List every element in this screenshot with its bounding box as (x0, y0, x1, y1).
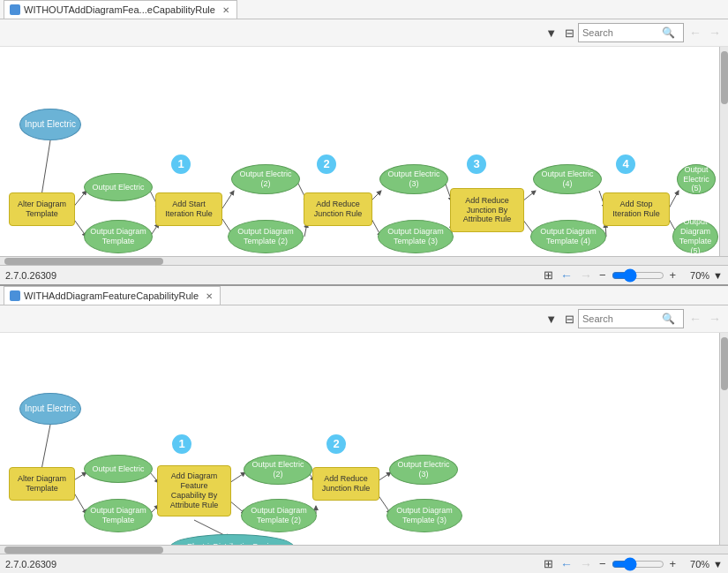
panel2-search-box: 🔍 (578, 309, 684, 328)
panel2-status-bar: 2.7.0.26309 ⊞ ← → − + 70% ▼ (0, 554, 728, 573)
p2-add-diagram-feat: Add DiagramFeatureCapability ByAttribute… (157, 465, 231, 516)
panel2-version: 2.7.0.26309 (5, 559, 56, 569)
panel1-tab-close[interactable]: ✕ (222, 5, 229, 15)
p1-add-reduce-attr: Add ReduceJunction ByAttribute Rule (450, 188, 524, 232)
panel1-forward-btn[interactable]: → (578, 268, 594, 283)
panel2-tab-bar: WITHAddDiagramFeatureCapabilityRule ✕ (0, 286, 728, 305)
panel2-zoom-minus[interactable]: − (597, 557, 608, 570)
p2-output-diagram-3: Output DiagramTemplate (3) (387, 499, 462, 532)
p1-output-diagram-1: Output DiagramTemplate (84, 220, 153, 253)
panel2-status-right: ⊞ ← → − + 70% ▼ (542, 557, 723, 571)
panel1-scrollbar-v[interactable] (719, 47, 728, 256)
p1-output-electric-5: Output Electric(5) (677, 164, 716, 194)
p1-add-reduce-junction: Add ReduceJunction Rule (304, 192, 372, 226)
panel1-version: 2.7.0.26309 (5, 270, 56, 281)
panel2-diagram-area: Input Electric Alter DiagramTemplate Out… (0, 333, 728, 545)
p1-badge-1: 1 (169, 153, 192, 176)
p1-add-stop: Add StopIteration Rule (603, 192, 670, 226)
panel1-fit-btn[interactable]: ⊞ (542, 268, 555, 282)
panel2-zoom-slider[interactable] (612, 557, 664, 571)
panel2-nav-back[interactable]: ← (687, 312, 703, 326)
p2-badge-2: 2 (325, 433, 348, 456)
panel1-status-bar: 2.7.0.26309 ⊞ ← → − + 70% ▼ (0, 265, 728, 284)
panel1-tab-bar: WITHOUTAddDiagramFea...eCapabilityRule ✕ (0, 0, 728, 19)
panel2-filter-icon: ⊟ (565, 313, 574, 326)
svg-line-26 (229, 472, 245, 483)
p2-output-electric-2: Output Electric(2) (244, 455, 312, 485)
panel2-dropdown-arrow[interactable]: ▼ (713, 559, 723, 569)
panel1-search-box: 🔍 (578, 23, 684, 42)
p2-alter-diagram: Alter DiagramTemplate (9, 467, 75, 501)
panel2-nav-forward[interactable]: → (707, 312, 723, 326)
panel2-search-icon: 🔍 (662, 313, 675, 325)
panel2-tab-label: WITHAddDiagramFeatureCapabilityRule (24, 290, 199, 301)
p2-output-diagram-1: Output DiagramTemplate (84, 499, 153, 532)
panel2-scrollbar-v[interactable] (719, 333, 728, 545)
panel2-scrollbar-h[interactable] (0, 545, 728, 554)
panel2-zoom-plus[interactable]: + (668, 557, 679, 570)
p1-output-diagram-4: Output DiagramTemplate (4) (530, 220, 606, 253)
svg-line-5 (222, 191, 234, 208)
panel2-zoom-level: 70% (681, 559, 709, 569)
p1-badge-3: 3 (465, 153, 488, 176)
panel1-tab-label: WITHOUTAddDiagramFea...eCapabilityRule (24, 4, 215, 15)
p1-output-diagram-3: Output DiagramTemplate (3) (378, 220, 454, 253)
p1-output-electric-2: Output Electric(2) (231, 164, 300, 194)
panel1-status-right: ⊞ ← → − + 70% ▼ (542, 268, 723, 283)
panel1-toolbar: ▼ ⊟ 🔍 ← → (0, 19, 728, 47)
p1-output-electric-3: Output Electric(3) (379, 164, 448, 194)
p1-output-electric-1: Output Electric (84, 173, 153, 201)
panel1-zoom-minus[interactable]: − (597, 268, 608, 282)
panel1: WITHOUTAddDiagramFea...eCapabilityRule ✕… (0, 0, 728, 286)
p2-output-diagram-2: Output DiagramTemplate (2) (241, 499, 317, 532)
p1-output-diagram-2: Output DiagramTemplate (2) (228, 220, 304, 253)
p1-output-diagram-5: Output DiagramTemplate (5) (672, 220, 718, 253)
panel1-zoom-plus[interactable]: + (668, 268, 679, 282)
panel1-dropdown-arrow[interactable]: ▼ (713, 270, 723, 281)
panel1-back-btn[interactable]: ← (559, 268, 574, 283)
p2-add-reduce-junction: Add ReduceJunction Rule (312, 467, 379, 501)
svg-line-13 (522, 191, 536, 201)
search-icon: 🔍 (662, 26, 675, 39)
filter-button[interactable]: ▼ (541, 24, 561, 42)
panel2-tab-close[interactable]: ✕ (206, 291, 213, 301)
p1-badge-2: 2 (315, 153, 338, 176)
p1-alter-diagram: Alter DiagramTemplate (9, 192, 75, 226)
filter-icon: ⊟ (565, 26, 574, 40)
p2-eledist-1: ElectricDistributionDevice (170, 534, 294, 545)
panel2-tab-icon (10, 290, 20, 301)
p1-add-start: Add StartIteration Rule (155, 192, 222, 226)
p1-output-electric-4: Output Electric(4) (533, 164, 602, 194)
panel2-fit-btn[interactable]: ⊞ (542, 557, 555, 570)
panel1-tab[interactable]: WITHOUTAddDiagramFea...eCapabilityRule ✕ (4, 0, 237, 19)
panel2-back-btn[interactable]: ← (559, 557, 574, 571)
tab-icon (10, 4, 20, 15)
p2-output-electric-1: Output Electric (84, 455, 153, 483)
panel1-scrollbar-h[interactable] (0, 256, 728, 265)
panel1-zoom-level: 70% (681, 270, 709, 281)
p1-badge-4: 4 (614, 153, 637, 176)
p2-output-electric-3: Output Electric(3) (389, 455, 458, 485)
panel1-nav-forward[interactable]: → (707, 26, 723, 40)
panel2-toolbar: ▼ ⊟ 🔍 ← → (0, 305, 728, 333)
panel2: WITHAddDiagramFeatureCapabilityRule ✕ ▼ … (0, 286, 728, 573)
panel1-diagram-area: Input Electric Alter DiagramTemplate Out… (0, 47, 728, 256)
panel2-forward-btn[interactable]: → (578, 557, 594, 571)
p2-input-electric: Input Electric (19, 393, 81, 425)
panel1-search-input[interactable] (582, 27, 662, 38)
p2-badge-1: 1 (170, 433, 193, 456)
p1-input-electric: Input Electric (19, 109, 81, 140)
panel2-tab[interactable]: WITHAddDiagramFeatureCapabilityRule ✕ (4, 286, 221, 305)
svg-line-30 (378, 472, 391, 481)
panel2-filter-button[interactable]: ▼ (541, 310, 561, 328)
panel1-zoom-slider[interactable] (612, 268, 664, 283)
panel2-search-input[interactable] (582, 313, 662, 324)
panel1-nav-back[interactable]: ← (687, 26, 703, 40)
